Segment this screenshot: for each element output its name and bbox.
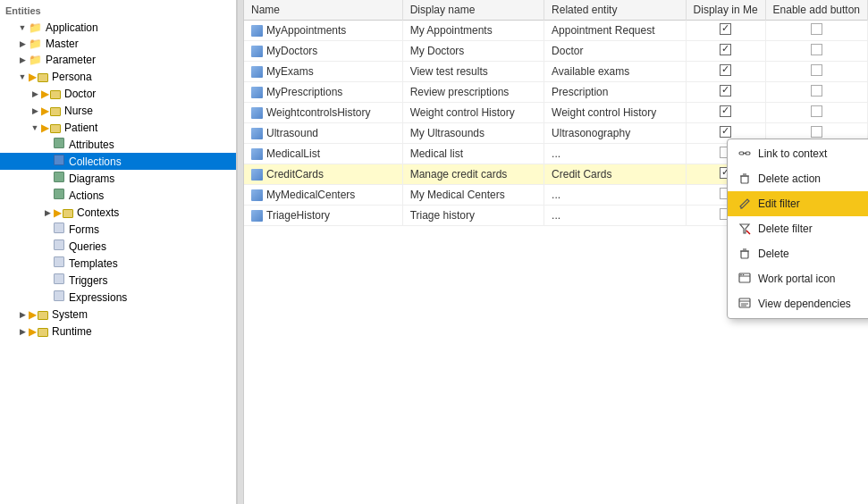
expand-icon-persona[interactable]: ▼: [16, 72, 29, 81]
sidebar-label-diagrams: Diagrams: [69, 172, 114, 185]
sidebar-item-expressions[interactable]: Expressions: [0, 289, 236, 306]
col-name: Name: [244, 0, 402, 21]
sidebar-item-forms[interactable]: Forms: [0, 221, 236, 238]
sidebar-item-runtime[interactable]: ▶▶Runtime: [0, 323, 236, 340]
sidebar-item-system[interactable]: ▶▶System: [0, 306, 236, 323]
trash-icon: [737, 171, 753, 187]
sidebar-label-persona: Persona: [52, 71, 92, 83]
table-row[interactable]: MyAppointmentsMy AppointmentsAppointment…: [244, 21, 868, 41]
sidebar-item-master[interactable]: ▶📁Master: [0, 36, 236, 52]
sidebar-item-application[interactable]: ▼📁Application: [0, 20, 236, 36]
checkbox-unchecked[interactable]: [811, 64, 822, 76]
cell-display-name: Triage history: [402, 206, 544, 226]
expand-icon-parameter[interactable]: ▶: [16, 55, 29, 64]
table-row[interactable]: MyDoctorsMy DoctorsDoctor: [244, 41, 868, 62]
sidebar-item-collections[interactable]: Collections: [0, 153, 236, 170]
sidebar-item-attributes[interactable]: Attributes: [0, 136, 236, 153]
expand-icon-patient[interactable]: ▼: [29, 123, 41, 132]
sidebar-item-nurse[interactable]: ▶▶Nurse: [0, 102, 236, 119]
filter-del-icon: [737, 221, 753, 237]
node-icon-master: 📁: [29, 38, 42, 50]
menu-label-delete: Delete: [758, 248, 789, 260]
cell-name: MyExams: [244, 62, 402, 82]
cell-display-in-me[interactable]: [686, 82, 765, 103]
checkbox-unchecked[interactable]: [811, 85, 822, 97]
cell-display-in-me[interactable]: [686, 41, 765, 62]
sidebar-item-patient[interactable]: ▼▶Patient: [0, 119, 236, 136]
link-icon: [737, 146, 753, 162]
sidebar-item-persona[interactable]: ▼▶Persona: [0, 68, 236, 85]
panel-divider[interactable]: [237, 0, 244, 504]
expand-icon-system[interactable]: ▶: [16, 310, 29, 319]
menu-item-link-context[interactable]: Link to context: [728, 141, 868, 166]
sidebar-header: Entities: [0, 4, 236, 20]
node-icon-attributes: [54, 138, 65, 151]
sidebar-item-contexts[interactable]: ▶▶Contexts: [0, 204, 236, 221]
cell-name: MyMedicalCenters: [244, 185, 402, 206]
sidebar-label-patient: Patient: [64, 122, 97, 134]
sidebar-label-forms: Forms: [69, 223, 99, 236]
checkbox-checked[interactable]: [720, 85, 731, 97]
sidebar: Entities ▼📁Application▶📁Master▶📁Paramete…: [0, 0, 237, 504]
sidebar-item-parameter[interactable]: ▶📁Parameter: [0, 52, 236, 68]
expand-icon-application[interactable]: ▼: [16, 23, 29, 32]
expand-icon-nurse[interactable]: ▶: [29, 106, 41, 115]
cell-enable-add[interactable]: [765, 103, 867, 123]
expand-icon-contexts[interactable]: ▶: [41, 208, 54, 217]
menu-item-delete-filter[interactable]: Delete filter: [728, 216, 868, 241]
cell-display-in-me[interactable]: [686, 103, 765, 123]
table-row[interactable]: WeightcontrolsHistoryWeight control Hist…: [244, 103, 868, 123]
cell-related-entity: Appointment Request: [544, 21, 686, 41]
cell-display-in-me[interactable]: [686, 62, 765, 82]
node-icon-application: 📁: [29, 21, 42, 34]
expand-icon-doctor[interactable]: ▶: [29, 89, 41, 98]
cell-related-entity: ...: [544, 206, 686, 226]
node-icon-doctor: ▶: [41, 87, 61, 100]
sidebar-item-diagrams[interactable]: Diagrams: [0, 170, 236, 187]
node-icon-contexts: ▶: [54, 206, 73, 219]
cell-display-name: Weight control History: [402, 103, 544, 123]
node-icon-diagrams: [54, 172, 65, 185]
sidebar-item-triggers[interactable]: Triggers: [0, 272, 236, 289]
checkbox-checked[interactable]: [720, 64, 731, 76]
expand-icon-master[interactable]: ▶: [16, 39, 29, 48]
menu-item-delete-action[interactable]: Delete action: [728, 166, 868, 191]
checkbox-unchecked[interactable]: [811, 105, 822, 117]
col-display-name: Display name: [402, 0, 544, 21]
cell-display-name: My Medical Centers: [402, 185, 544, 206]
menu-item-edit-filter[interactable]: Edit filter: [728, 191, 868, 216]
node-icon-templates: [54, 256, 65, 270]
checkbox-checked[interactable]: [720, 105, 731, 117]
cell-enable-add[interactable]: [765, 21, 867, 41]
cell-name: MedicalList: [244, 144, 402, 164]
svg-line-8: [746, 231, 750, 234]
table-row[interactable]: MyPrescriptionsReview prescriptionsPresc…: [244, 82, 868, 103]
sidebar-item-queries[interactable]: Queries: [0, 238, 236, 255]
menu-item-delete[interactable]: Delete: [728, 241, 868, 266]
cell-display-name: My Ultrasounds: [402, 123, 544, 144]
sidebar-label-actions: Actions: [69, 189, 104, 202]
sidebar-item-actions[interactable]: Actions: [0, 187, 236, 204]
node-icon-forms: [54, 223, 65, 236]
expand-icon-runtime[interactable]: ▶: [16, 327, 29, 336]
checkbox-unchecked[interactable]: [811, 126, 822, 138]
sidebar-label-parameter: Parameter: [46, 54, 96, 66]
cell-display-in-me[interactable]: [686, 21, 765, 41]
cell-enable-add[interactable]: [765, 82, 867, 103]
menu-item-work-portal-icon[interactable]: Work portal icon: [728, 266, 868, 291]
cell-enable-add[interactable]: [765, 62, 867, 82]
table-row[interactable]: MyExamsView test resultsAvailable exams: [244, 62, 868, 82]
checkbox-unchecked[interactable]: [811, 44, 822, 55]
checkbox-unchecked[interactable]: [811, 23, 822, 35]
menu-item-view-dependencies[interactable]: View dependencies: [728, 291, 868, 316]
cell-name: CreditCards: [244, 164, 402, 185]
cell-enable-add[interactable]: [765, 41, 867, 62]
checkbox-checked[interactable]: [720, 44, 731, 55]
table-header-row: Name Display name Related entity Display…: [244, 0, 868, 21]
sidebar-item-templates[interactable]: Templates: [0, 255, 236, 272]
checkbox-checked[interactable]: [720, 126, 731, 138]
sidebar-label-nurse: Nurse: [64, 105, 93, 117]
sidebar-item-doctor[interactable]: ▶▶Doctor: [0, 85, 236, 102]
node-icon-expressions: [54, 290, 65, 304]
checkbox-checked[interactable]: [720, 23, 731, 35]
